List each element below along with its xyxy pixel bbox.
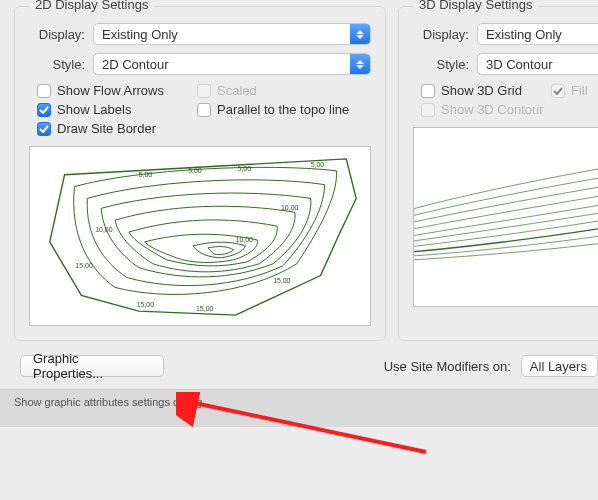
style-label-2d: Style:	[29, 57, 93, 72]
svg-text:10,00: 10,00	[281, 204, 298, 211]
chevron-updown-icon	[350, 24, 370, 44]
panel-title-3d: 3D Display Settings	[413, 0, 538, 12]
show-flow-arrows-checkbox[interactable]: Show Flow Arrows	[37, 83, 187, 98]
3d-display-settings-panel: 3D Display Settings Display: Existing On…	[398, 6, 598, 341]
style-select-2d[interactable]: 2D Contour	[93, 53, 371, 75]
display-select-2d[interactable]: Existing Only	[93, 23, 371, 45]
svg-text:15,00: 15,00	[273, 277, 290, 284]
show-flow-arrows-label: Show Flow Arrows	[57, 83, 164, 98]
show-3d-contour-label: Show 3D Contour	[441, 102, 544, 117]
scaled-checkbox: Scaled	[197, 83, 377, 98]
checkbox-icon	[37, 122, 51, 136]
display-select-3d[interactable]: Existing Only	[477, 23, 598, 45]
display-label-3d: Display:	[413, 27, 477, 42]
panel-title-2d: 2D Display Settings	[29, 0, 154, 12]
svg-text:15,00: 15,00	[137, 301, 154, 308]
display-label-2d: Display:	[29, 27, 93, 42]
show-3d-grid-label: Show 3D Grid	[441, 83, 522, 98]
svg-text:5,00: 5,00	[311, 161, 325, 168]
show-labels-checkbox[interactable]: Show Labels	[37, 102, 187, 117]
parallel-label: Parallel to the topo line	[217, 102, 349, 117]
style-select-2d-value: 2D Contour	[94, 57, 350, 72]
status-text: Show graphic attributes settings dialog.	[14, 396, 205, 408]
fill-checkbox: Fill	[551, 83, 598, 98]
display-select-2d-value: Existing Only	[94, 27, 350, 42]
2d-preview: 5,005,005,005,0010,0015,0015,0015,0010,0…	[29, 146, 371, 326]
svg-text:5,00: 5,00	[188, 167, 202, 174]
checkbox-icon	[421, 103, 435, 117]
scaled-label: Scaled	[217, 83, 257, 98]
chevron-updown-icon	[350, 54, 370, 74]
style-select-3d[interactable]: 3D Contour	[477, 53, 598, 75]
checkbox-icon	[37, 103, 51, 117]
use-site-modifiers-select[interactable]: All Layers	[521, 355, 598, 377]
graphic-properties-button[interactable]: Graphic Properties...	[20, 355, 164, 377]
checkbox-icon	[37, 84, 51, 98]
status-bar: Show graphic attributes settings dialog.	[0, 389, 598, 427]
3d-preview	[413, 127, 598, 307]
checkbox-icon	[197, 84, 211, 98]
style-select-3d-value: 3D Contour	[478, 57, 598, 72]
use-site-modifiers-value: All Layers	[522, 359, 597, 374]
graphic-properties-label: Graphic Properties...	[33, 351, 151, 381]
fill-label: Fill	[571, 83, 588, 98]
svg-text:5,00: 5,00	[139, 171, 153, 178]
show-3d-grid-checkbox[interactable]: Show 3D Grid	[421, 83, 541, 98]
style-label-3d: Style:	[413, 57, 477, 72]
svg-text:10,00: 10,00	[236, 236, 253, 243]
draw-site-border-checkbox[interactable]: Draw Site Border	[37, 121, 187, 136]
parallel-checkbox[interactable]: Parallel to the topo line	[197, 102, 377, 117]
use-site-modifiers-label: Use Site Modifiers on:	[384, 359, 511, 374]
svg-text:5,00: 5,00	[238, 165, 252, 172]
checkbox-icon	[421, 84, 435, 98]
svg-text:15,00: 15,00	[196, 305, 213, 312]
checkbox-icon	[551, 84, 565, 98]
svg-text:15,00: 15,00	[75, 262, 92, 269]
checkbox-icon	[197, 103, 211, 117]
draw-site-border-label: Draw Site Border	[57, 121, 156, 136]
2d-display-settings-panel: 2D Display Settings Display: Existing On…	[14, 6, 386, 341]
display-select-3d-value: Existing Only	[478, 27, 598, 42]
show-3d-contour-checkbox: Show 3D Contour	[421, 102, 598, 117]
svg-text:10,00: 10,00	[95, 226, 112, 233]
show-labels-label: Show Labels	[57, 102, 131, 117]
